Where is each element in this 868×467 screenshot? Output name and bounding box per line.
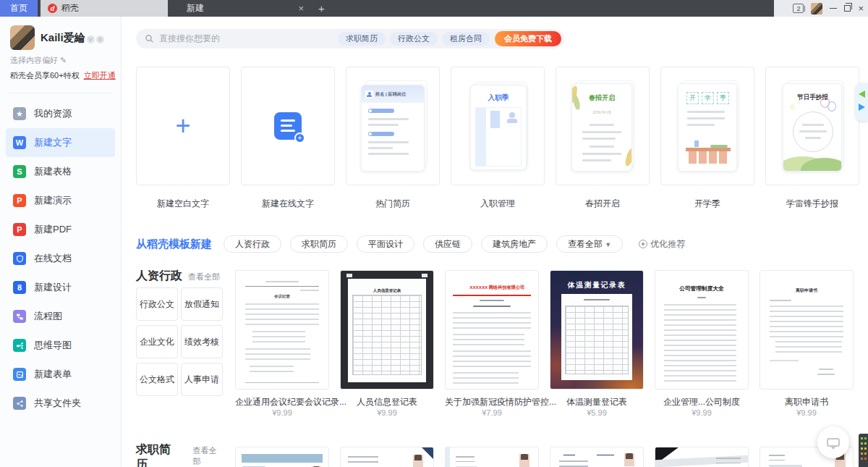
shield-icon [13,252,26,265]
sidebar-item-new-design[interactable]: 8 新建设计 [6,273,115,302]
svip-badge-icon: S [96,35,104,43]
star-decor-icon: ☆ [796,98,801,104]
quick-card-hot-resume[interactable]: 姓名 | 应聘岗位 [346,67,440,185]
template-name[interactable]: 企业通用会议纪要会议记录... [235,396,329,408]
sidebar-item-new-sheet[interactable]: S 新建表格 [6,157,115,186]
sidebar-menu: ★ 我的资源 W 新建文字 S 新建表格 P 新建演示 P 新建PDF [0,96,121,421]
template-name[interactable]: 企业管理...公司制度 [655,396,749,408]
template-name[interactable]: 关于加强新冠疫情防护管控... [445,396,539,408]
member-free-download-button[interactable]: 会员免费下载 [495,31,561,46]
new-tab-button[interactable]: + [310,0,333,17]
form-icon [13,368,26,381]
sidebar-item-mindmap[interactable]: 思维导图 [6,331,115,360]
desk-illustration [686,148,731,164]
template-thumb-covid-notice[interactable]: XXXXXX 网络科技有限公司 [445,270,539,390]
user-avatar[interactable] [10,25,35,50]
resume-template-thumb[interactable] [550,447,644,467]
resume-template-thumb[interactable] [235,447,329,467]
thumb-title: 离职申请书 [796,287,817,293]
flowchart-icon [13,310,26,323]
template-thumb-temperature-log[interactable]: 体温测量记录表 [550,270,644,390]
resume-view-all-link[interactable]: 查看全部 [193,445,220,467]
search-tag-lease[interactable]: 租房合同 [442,32,490,46]
search-bar[interactable]: 直接搜你想要的 求职简历 行政公文 租房合同 会员免费下载 [136,29,564,49]
search-tag-official[interactable]: 行政公文 [390,32,438,46]
sidebar-item-label: 新建演示 [34,194,72,207]
filter-button-performance[interactable]: 绩效考核 [181,325,223,358]
category-pill-resume[interactable]: 求职简历 [290,235,348,253]
tab-docer[interactable]: d 稻壳 [41,0,168,17]
edit-preference-link[interactable]: 选择内容偏好 ✎ [10,55,112,66]
sidebar-item-new-doc[interactable]: W 新建文字 [6,128,115,157]
template-thumb-personnel-form[interactable]: 人员信息登记表 [340,270,434,390]
search-input[interactable]: 直接搜你想要的 [159,33,333,45]
member-cta-link[interactable]: 立即开通 [84,71,116,80]
sidebar-item-label: 思维导图 [34,339,72,352]
mini-onboard-title: 入职季 [488,93,509,104]
docer-section-title[interactable]: 从稻壳模板新建 [136,237,212,251]
corner-widget[interactable] [859,434,868,467]
titlebar-avatar[interactable] [811,3,822,14]
sidebar-item-label: 我的资源 [34,107,72,120]
search-tag-resume[interactable]: 求职简历 [338,32,386,46]
sidebar-item-my-resources[interactable]: ★ 我的资源 [6,99,115,128]
share-icon [13,397,26,410]
category-pill-realestate[interactable]: 建筑房地产 [481,235,548,253]
quick-card-label: 热门简历 [346,198,440,210]
template-name[interactable]: 人员信息登记表 [340,396,434,408]
sidebar-item-label: 新建设计 [34,281,72,294]
side-assistant-widget[interactable] [856,83,868,121]
minimize-button[interactable] [830,8,837,9]
close-button[interactable]: × [858,0,864,17]
template-thumb-company-rules[interactable]: 公司管理制度大全 [655,270,749,390]
tab-new[interactable]: 新建 × [175,0,310,17]
doc-count-badge[interactable]: 2 [793,4,804,13]
sidebar-item-new-form[interactable]: 新建表单 [6,360,115,389]
quick-card-school-season[interactable]: 开学季 [660,67,754,185]
sidebar-item-online-docs[interactable]: 在线文档 [6,244,115,273]
chat-button[interactable] [817,426,849,458]
mini-spring-title: 春招开启 [589,93,615,103]
sidebar-item-new-pdf[interactable]: P 新建PDF [6,215,115,244]
resume-template-thumb[interactable] [445,447,539,467]
quick-card-blank-doc[interactable]: + [136,67,230,185]
category-pill-design[interactable]: 平面设计 [357,235,414,253]
tab-docer-label: 稻壳 [61,2,79,14]
resume-template-thumb[interactable] [340,447,434,467]
quick-card-handcopy[interactable]: 节日手抄报 ☆ ☆ [765,67,859,185]
resume-section-title: 求职简历 [136,442,176,467]
hr-view-all-link[interactable]: 查看全部 [188,272,220,282]
filter-button-official-doc[interactable]: 行政公文 [136,287,178,321]
tab-home[interactable]: 首页 [0,0,38,17]
filter-button-hr-apply[interactable]: 人事申请 [181,363,223,396]
filter-button-holiday-notice[interactable]: 放假通知 [181,287,223,321]
assistant-arrow-icon [859,91,865,98]
sidebar-item-flowchart[interactable]: 流程图 [6,302,115,331]
resume-template-thumb[interactable] [655,447,749,467]
tab-new-label: 新建 [187,2,204,14]
filter-button-culture[interactable]: 企业文化 [136,325,178,358]
template-name[interactable]: 离职申请书 [760,396,854,408]
category-pill-supply[interactable]: 供应链 [423,235,472,253]
template-name[interactable]: 体温测量登记表 [550,396,644,408]
template-thumb-resignation[interactable]: 离职申请书 [760,270,854,390]
quick-card-label: 春招开启 [556,198,650,210]
docer-logo-icon: d [48,4,57,13]
user-block: Kaili爱綸VS 选择内容偏好 ✎ 稻壳会员享60+特权 立即开通 [0,17,121,87]
spreadsheet-icon: S [13,165,26,178]
quick-card-online-doc[interactable]: + [241,67,335,185]
sidebar-item-new-slides[interactable]: P 新建演示 [6,186,115,215]
view-all-pill[interactable]: 查看全部 ▼ [556,235,623,253]
sidebar-item-shared-folder[interactable]: 共享文件夹 [6,389,115,418]
template-thumb-meeting-minutes[interactable]: 会议纪要 [235,270,329,390]
optimize-recommend[interactable]: 优化推荐 [639,238,685,251]
quick-card-spring-recruit[interactable]: 春招开启 JOIN IN US [556,67,650,185]
restore-button[interactable] [844,5,851,12]
category-pill-hr[interactable]: 人资行政 [224,235,281,253]
filter-button-doc-format[interactable]: 公文格式 [136,363,178,396]
thumb-title: XXXXXX 网络科技有限公司 [469,285,524,291]
tab-close-icon[interactable]: × [298,3,304,14]
tab-strip: 首页 d 稻壳 新建 × + [0,0,774,17]
person-icon [365,91,373,98]
quick-card-onboarding[interactable]: 入职季 [451,67,545,185]
